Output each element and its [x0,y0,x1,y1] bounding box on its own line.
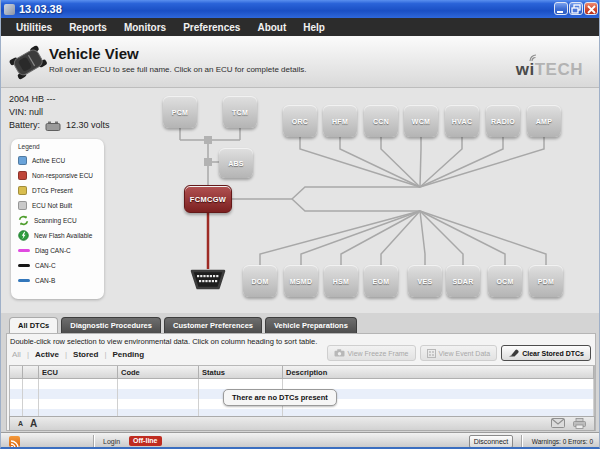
restore-button[interactable] [569,2,583,15]
logo-wi-text: wi [516,60,535,79]
legend-item-can-b: CAN-B [18,273,104,288]
ecu-radio[interactable]: RADIO [486,105,520,137]
witech-logo: wiTECH [516,60,583,80]
ecu-hfm[interactable]: HFM [323,105,357,137]
legend-item-active-ecu: Active ECU [18,153,104,168]
menu-bar: Utilities Reports Monitors Preferences A… [1,18,600,36]
font-decrease-button[interactable]: A [18,420,23,427]
filter-stored[interactable]: Stored [73,350,98,359]
ecu-dom[interactable]: DOM [243,265,277,297]
dtcs-present-swatch [18,186,27,195]
menu-preferences[interactable]: Preferences [183,22,240,33]
login-label[interactable]: Login [103,438,120,445]
new-flash-icon [18,230,29,241]
col-ecu[interactable]: ECU [39,366,118,378]
page-header: Vehicle View Roll over an ECU to see ful… [1,36,600,88]
ecu-hsm[interactable]: HSM [324,265,358,297]
tab-vehicle-preparations[interactable]: Vehicle Preparations [265,317,357,333]
vehicle-info: 2004 HB --- VIN: null Battery: 12.30 vol… [9,93,110,132]
diag-can-c-line [18,249,30,252]
page-title: Vehicle View [49,45,139,62]
menu-reports[interactable]: Reports [69,22,107,33]
col-status[interactable]: Status [199,366,283,378]
logo-tech-text: TECH [535,60,583,79]
legend-item-scanning-ecu: Scanning ECU [18,213,104,228]
camera-icon [334,349,345,357]
status-separator [93,435,94,448]
clear-stored-dtcs-button[interactable]: Clear Stored DTCs [501,345,591,361]
font-increase-button[interactable]: A [30,418,37,429]
vehicle-model: 2004 HB --- [9,93,110,106]
table-toolbar: A A [9,416,595,431]
tab-diagnostic-procedures[interactable]: Diagnostic Procedures [61,317,161,333]
ecu-eom[interactable]: EOM [364,265,398,297]
ecu-ccn[interactable]: CCN [364,105,398,137]
status-bar: Login Off-line Disconnect Warnings: 0 Er… [1,432,600,449]
warnings-errors-count: Warnings: 0 Errors: 0 [532,438,593,445]
ecu-pcm[interactable]: PCM [163,96,197,128]
disconnect-button[interactable]: Disconnect [469,435,513,448]
menu-help[interactable]: Help [303,22,325,33]
dtc-filters: All| Active| Stored| Pending [12,350,144,359]
nonresponsive-ecu-swatch [18,171,27,180]
legend-item-dtcs-present: DTCs Present [18,183,104,198]
dtc-buttons: View Freeze Frame View Event Data C [327,345,591,361]
ecu-pdm[interactable]: PDM [529,265,563,297]
col-description[interactable]: Description [283,366,594,378]
ecu-fcmcgw-gateway[interactable]: FCMCGW [184,185,232,213]
page-subtitle: Roll over an ECU to see full name. Click… [49,65,306,74]
offline-status-badge: Off-line [129,436,162,446]
col-icon[interactable] [23,366,39,378]
close-button[interactable] [584,2,598,15]
ecu-ocm[interactable]: OCM [488,265,522,297]
event-data-icon [427,349,436,358]
export-icon[interactable] [551,418,565,428]
ecu-tcm[interactable]: TCM [223,96,257,128]
battery-voltage: 12.30 volts [66,119,110,132]
view-event-data-button[interactable]: View Event Data [420,345,498,361]
obd-connector-icon [190,269,226,290]
tab-all-dtcs[interactable]: All DTCs [9,317,58,333]
window-titlebar: 13.03.38 [1,0,600,18]
filter-active[interactable]: Active [35,350,59,359]
ecu-wcm[interactable]: WCM [404,105,438,137]
menu-utilities[interactable]: Utilities [16,22,52,33]
ecu-ves[interactable]: VES [408,265,442,297]
ecu-abs[interactable]: ABS [219,148,253,178]
tab-bar: All DTCs Diagnostic Procedures Customer … [9,317,357,333]
minimize-button[interactable] [554,2,568,15]
app-icon [4,4,15,15]
can-c-line [18,264,30,267]
legend-item-diag-can-c: Diag CAN-C [18,243,104,258]
filter-all[interactable]: All [12,350,21,359]
status-separator [521,435,522,448]
ecu-msmd[interactable]: MSMD [284,265,318,297]
legend-title: Legend [18,143,104,150]
vehicle-topology-panel: 2004 HB --- VIN: null Battery: 12.30 vol… [1,88,600,313]
dtc-instruction: Double-click row selection to view envir… [10,337,317,346]
print-icon[interactable] [573,418,586,429]
rss-icon[interactable] [9,436,20,447]
legend-item-nonresponsive-ecu: Non-responsive ECU [18,168,104,183]
ecu-amp[interactable]: AMP [527,105,561,137]
car-icon [9,43,47,81]
ecu-hvac[interactable]: HVAC [445,105,479,137]
can-b-line [18,279,30,282]
col-select[interactable] [10,366,23,378]
vehicle-vin: VIN: null [9,106,110,119]
ecu-orc[interactable]: ORC [283,105,317,137]
col-code[interactable]: Code [118,366,199,378]
scanning-recycle-icon [18,215,29,226]
tab-customer-preferences[interactable]: Customer Preferences [164,317,262,333]
witech-application-window: 13.03.38 Utilities Reports Monitors Pref… [0,0,600,449]
ecu-sdar[interactable]: SDAR [446,265,480,297]
battery-label: Battery: [9,119,40,132]
menu-about[interactable]: About [257,22,286,33]
active-ecu-swatch [18,156,27,165]
menu-monitors[interactable]: Monitors [124,22,166,33]
dtc-table-header: ECU Code Status Description [10,366,594,379]
filter-pending[interactable]: Pending [112,350,144,359]
view-freeze-frame-button[interactable]: View Freeze Frame [327,345,416,361]
window-title: 13.03.38 [19,3,62,15]
eraser-icon [508,349,519,357]
